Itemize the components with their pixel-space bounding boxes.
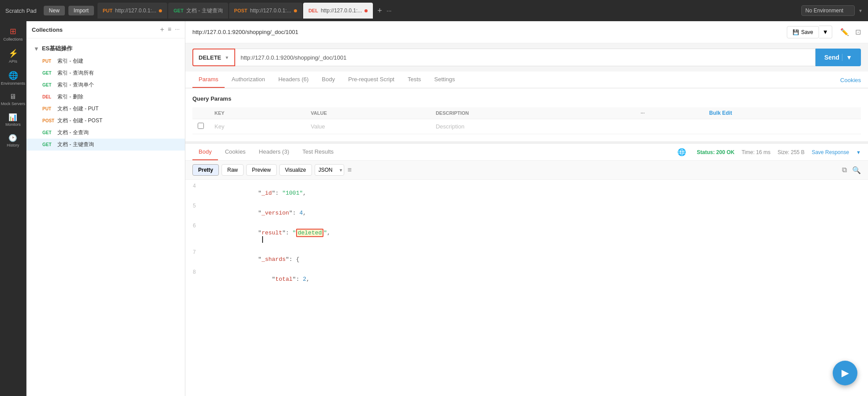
- tab-post[interactable]: POST http://127.0.0.1:...: [229, 3, 302, 19]
- tab-params[interactable]: Params: [192, 72, 225, 88]
- method-tag: GET: [42, 142, 55, 147]
- edit-icon[interactable]: ✏️: [840, 28, 849, 36]
- tab-method-del: DEL: [308, 8, 318, 13]
- tab-settings[interactable]: Settings: [428, 72, 461, 88]
- format-visualize[interactable]: Visualize: [279, 164, 312, 176]
- tab-body[interactable]: Body: [316, 72, 341, 88]
- nav-environments[interactable]: 🌐 Environments: [1, 71, 25, 86]
- request-editor: DELETE ▼ Send ▼ Params: [185, 43, 868, 396]
- history-icon: 🕑: [7, 134, 19, 142]
- nav-collections[interactable]: ⊞ Collections: [3, 26, 23, 41]
- collection-group-header[interactable]: ▼ ES基础操作: [26, 42, 185, 55]
- th-description: DESCRIPTION: [430, 107, 635, 119]
- json-format-select[interactable]: JSON: [315, 164, 344, 176]
- nav-history[interactable]: 🕑 History: [7, 134, 19, 147]
- sidebar-item-get-single[interactable]: GET 索引 - 查询单个: [26, 79, 185, 91]
- sidebar-item-get-all[interactable]: GET 索引 - 查询所有: [26, 67, 185, 79]
- tab-url-del: http://127.0.0.1:...: [321, 8, 362, 14]
- import-button[interactable]: Import: [68, 6, 94, 15]
- tab-pre-request[interactable]: Pre-request Script: [342, 72, 401, 88]
- sidebar-item-del-index[interactable]: DEL 索引 - 删除: [26, 91, 185, 103]
- nav-apis[interactable]: ⚡ APIs: [8, 49, 18, 64]
- method-arrow-icon: ▼: [225, 55, 229, 60]
- tab-headers[interactable]: Headers (6): [272, 72, 315, 88]
- response-size: Size: 255 B: [778, 149, 804, 155]
- sidebar-item-put-index[interactable]: PUT 索引 - 创建: [26, 55, 185, 67]
- layout-icon[interactable]: ⊡: [855, 28, 861, 36]
- nav-apis-label: APIs: [8, 59, 18, 64]
- globe-icon[interactable]: 🌐: [677, 148, 686, 156]
- send-button[interactable]: Send ▼: [815, 49, 861, 66]
- tab-get[interactable]: GET 文档 - 主键查询: [168, 3, 228, 19]
- desc-cell[interactable]: Description: [430, 119, 635, 134]
- format-pretty[interactable]: Pretty: [192, 164, 219, 176]
- tab-tests[interactable]: Tests: [402, 72, 427, 88]
- item-label: 索引 - 查询所有: [57, 69, 94, 77]
- collection-name: ES基础操作: [42, 45, 72, 53]
- group-arrow: ▼: [34, 45, 39, 52]
- save-response-arrow[interactable]: ▼: [856, 150, 861, 155]
- search-icon[interactable]: 🔍: [852, 166, 861, 174]
- item-label: 文档 - 主键查询: [57, 141, 94, 148]
- tab-cookies[interactable]: Cookies: [840, 72, 861, 88]
- environment-select[interactable]: No Environment: [801, 5, 855, 16]
- nav-monitors[interactable]: 📊 Monitors: [5, 113, 21, 127]
- save-dropdown-button[interactable]: ▼: [819, 26, 832, 38]
- more-collections-button[interactable]: ···: [175, 26, 180, 34]
- method-tag: DEL: [42, 94, 55, 99]
- url-display: http://127.0.0.1:9200/shopping/_doc/1001: [192, 29, 782, 35]
- bulk-edit-button[interactable]: Bulk Edit: [709, 110, 732, 116]
- collections-panel: Collections + ≡ ··· ▼ ES基础操作 P: [26, 21, 185, 396]
- value-cell[interactable]: Value: [305, 119, 430, 134]
- collection-tree: ▼ ES基础操作 PUT 索引 - 创建 GET 索引 - 查询所有 GE: [26, 38, 185, 396]
- right-panel: http://127.0.0.1:9200/shopping/_doc/1001…: [185, 21, 868, 396]
- nav-env-label: Environments: [1, 81, 25, 86]
- new-button[interactable]: New: [44, 6, 65, 15]
- method-tag: GET: [42, 130, 55, 135]
- tabs-area: PUT http://127.0.0.1:... GET 文档 - 主键查询 P…: [98, 3, 798, 19]
- format-raw[interactable]: Raw: [222, 164, 244, 176]
- sidebar-item-put-doc[interactable]: PUT 文档 - 创建 - PUT: [26, 103, 185, 115]
- th-bulk-edit[interactable]: Bulk Edit: [704, 107, 861, 119]
- sidebar: ⊞ Collections ⚡ APIs 🌐 Environments 🖥 Mo…: [0, 21, 185, 396]
- line-number: 6: [185, 223, 203, 249]
- resp-tab-cookies[interactable]: Cookies: [219, 144, 252, 160]
- sidebar-item-post-doc[interactable]: POST 文档 - 创建 - POST: [26, 115, 185, 127]
- method-url-bar: DELETE ▼ Send ▼: [185, 43, 868, 72]
- save-icon: 💾: [793, 29, 799, 35]
- sidebar-item-get-all-doc[interactable]: GET 文档 - 全查询: [26, 127, 185, 139]
- filter-icon[interactable]: ≡: [168, 26, 171, 34]
- resp-tab-body[interactable]: Body: [192, 144, 218, 160]
- response-body-bar: Pretty Raw Preview Visualize JSON ▼ ≡ ⧉ …: [185, 161, 868, 180]
- nav-mock[interactable]: 🖥 Mock Servers: [1, 93, 25, 106]
- env-icon: 🌐: [1, 71, 25, 80]
- save-response-button[interactable]: Save Response: [812, 149, 849, 155]
- line-number: 8: [185, 269, 203, 289]
- item-label: 索引 - 删除: [57, 93, 83, 101]
- tab-del[interactable]: DEL http://127.0.0.1:...: [303, 3, 373, 19]
- tab-put[interactable]: PUT http://127.0.0.1:...: [98, 3, 167, 19]
- method-selector[interactable]: DELETE ▼: [192, 49, 235, 66]
- save-button[interactable]: 💾 Save: [787, 26, 819, 38]
- code-area: 4 "_id": "1001", 5 "_version": 4,: [185, 180, 868, 396]
- add-collection-button[interactable]: +: [160, 26, 164, 34]
- resp-tab-test-results[interactable]: Test Results: [296, 144, 340, 160]
- format-preview[interactable]: Preview: [246, 164, 277, 176]
- tab-dot-del: [364, 9, 368, 12]
- float-assistant-button[interactable]: ▶: [833, 361, 857, 385]
- filter-icon[interactable]: ≡: [347, 166, 351, 174]
- tab-url-get: 文档 - 主键查询: [186, 7, 223, 15]
- sidebar-actions: + ≡ ···: [160, 26, 180, 34]
- url-input[interactable]: [235, 49, 815, 66]
- key-cell[interactable]: Key: [209, 119, 305, 134]
- copy-icon[interactable]: ⧉: [842, 166, 847, 174]
- row-checkbox[interactable]: [198, 123, 204, 129]
- more-tabs-button[interactable]: ···: [387, 7, 392, 14]
- new-tab-button[interactable]: +: [374, 6, 386, 15]
- sidebar-item-get-pk[interactable]: GET 文档 - 主键查询: [26, 139, 185, 151]
- save-btn-group: 💾 Save ▼: [787, 26, 832, 38]
- resp-tab-headers[interactable]: Headers (3): [253, 144, 296, 160]
- tab-authorization[interactable]: Authorization: [225, 72, 271, 88]
- nav-collections-label: Collections: [3, 37, 23, 41]
- bot-icon: ▶: [842, 367, 849, 379]
